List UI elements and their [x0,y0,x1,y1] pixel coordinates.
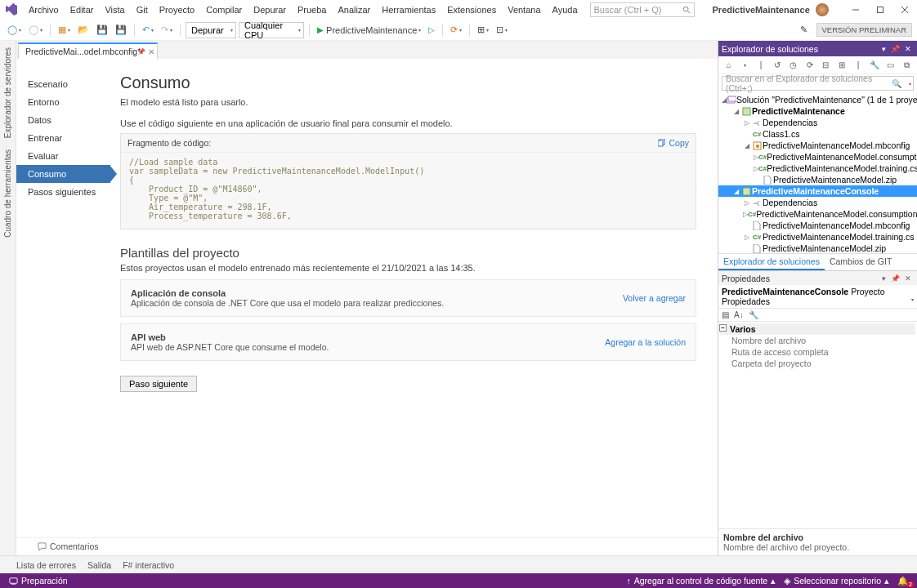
rail-toolbox[interactable]: Cuadro de herramientas [2,146,14,241]
step-entrenar[interactable]: Entrenar [16,129,110,147]
menu-extensiones[interactable]: Extensiones [441,0,502,20]
platform-combo[interactable]: Cualquier CPU▾ [239,22,304,38]
nav-fwd-button[interactable]: ◯▾ [26,22,45,38]
menu-herramientas[interactable]: Herramientas [376,0,441,20]
nav-back-button[interactable]: ◯▾ [5,22,24,38]
collapse-icon[interactable]: ◢ [732,188,740,195]
property-row[interactable]: Ruta de acceso completa [720,346,915,358]
collapse-icon[interactable]: ◢ [743,142,751,149]
tree-node[interactable]: ▷C#PredictiveMaintenanceModel.consumptio… [718,208,917,220]
quick-search[interactable]: Buscar (Ctrl + Q) [590,2,695,17]
menu-git[interactable]: Git [131,0,154,20]
panel-close-icon[interactable]: ✕ [902,45,914,53]
se-pending-icon[interactable]: ◷ [786,58,800,72]
toolbox-btn-1[interactable]: ⊞▾ [475,22,491,38]
tree-node[interactable]: ◢PredictiveMaintenance [718,105,917,117]
expand-icon[interactable]: ▷ [743,119,751,127]
solution-explorer-search[interactable]: Buscar en el Explorador de soluciones (C… [722,76,914,91]
panel-dropdown-icon[interactable]: ▾ [879,274,888,283]
tree-node[interactable]: PredictiveMaintenanceModel.zip [718,243,917,253]
code-snippet[interactable]: //Load sample data var sampleData = new … [121,153,696,229]
close-button[interactable] [892,0,917,20]
tab-output[interactable]: Salida [87,560,111,570]
maximize-button[interactable] [868,0,892,20]
minimize-button[interactable] [843,0,868,20]
tree-node[interactable]: ▷Dependencias [718,197,917,208]
undo-button[interactable]: ↶▾ [140,22,156,38]
chevron-down-icon[interactable]: ▾ [909,81,911,87]
se-properties-icon[interactable]: 🔧 [867,58,881,72]
tree-node[interactable]: PredictiveMaintenanceModel.mbconfig [718,220,917,231]
copy-button[interactable]: Copy [658,138,689,148]
menu-editar[interactable]: Editar [65,0,100,20]
feedback-button[interactable]: ✎ [798,22,810,38]
tree-node[interactable]: ◢PredictiveMaintenanceConsole [718,185,917,197]
alphabetical-icon[interactable]: A↓ [734,310,744,319]
tree-node[interactable]: ▷C#PredictiveMaintenanceModel.consumptio… [718,151,917,163]
se-collapse-icon[interactable]: ⊟ [819,58,833,72]
se-caret-icon[interactable]: ▾ [738,58,752,72]
property-row[interactable]: Carpeta del proyecto [720,358,915,369]
step-pasos-siguientes[interactable]: Pasos siguientes [16,183,110,201]
tab-git-changes[interactable]: Cambios de GIT [825,254,897,270]
menu-depurar[interactable]: Depurar [248,0,292,20]
panel-close-icon[interactable]: ✕ [902,274,914,283]
status-repository[interactable]: ◈ Seleccionar repositorio ▴ [780,576,893,586]
status-notifications[interactable]: 🔔2 [893,576,912,586]
step-datos[interactable]: Datos [16,111,110,129]
property-row[interactable]: Nombre del archivo [720,335,915,346]
tree-node[interactable]: C#Class1.cs [718,128,917,140]
pin-icon[interactable]: 📌 [137,48,145,56]
properties-grid[interactable]: − Varios Nombre del archivoRuta de acces… [718,322,917,371]
solution-tree[interactable]: ◢Solución "PredictiveMaintenance" (1 de … [718,92,917,253]
template-action-link[interactable]: Agregar a la solución [605,337,686,347]
panel-dropdown-icon[interactable]: ▾ [879,45,888,53]
user-avatar[interactable] [816,3,829,16]
tree-node[interactable]: ▷Dependencias [718,117,917,128]
se-refresh-icon[interactable]: ⟳ [803,58,816,72]
open-file-button[interactable]: 📂 [75,22,92,38]
se-sync-icon[interactable]: ↺ [770,58,784,72]
tree-node[interactable]: ▷C#PredictiveMaintenanceModel.training.c… [718,231,917,243]
menu-ventana[interactable]: Ventana [502,0,546,20]
tree-node[interactable]: ◢Solución "PredictiveMaintenance" (1 de … [718,94,917,105]
menu-analizar[interactable]: Analizar [332,0,376,20]
categorize-icon[interactable]: ▤ [722,310,729,319]
panel-pin-icon[interactable]: 📌 [888,274,902,283]
properties-object-selector[interactable]: PredictiveMaintenanceConsole Proyecto Pr… [718,285,917,309]
tab-error-list[interactable]: Lista de errores [16,560,76,570]
expand-icon[interactable]: ▷ [743,234,751,241]
tree-node[interactable]: ▷C#PredictiveMaintenanceModel.training.c… [718,163,917,174]
se-preview-icon[interactable]: ▭ [883,58,897,72]
tab-fsharp-interactive[interactable]: F# interactivo [123,560,174,570]
step-escenario[interactable]: Escenario [16,75,110,93]
panel-pin-icon[interactable]: 📌 [888,45,902,53]
rail-server-explorer[interactable]: Explorador de servidores [2,44,14,141]
menu-archivo[interactable]: Archivo [23,0,65,20]
se-showall-icon[interactable]: ⊞ [835,58,849,72]
step-entorno[interactable]: Entorno [16,93,110,111]
close-icon[interactable]: ✕ [148,47,154,56]
props-wrench-icon[interactable]: 🔧 [749,310,758,319]
save-all-button[interactable]: 💾 [113,22,129,38]
start-nodebug-button[interactable]: ▷ [426,22,437,38]
tree-node[interactable]: ◢PredictiveMaintenanceModel.mbconfig [718,140,917,151]
menu-proyecto[interactable]: Proyecto [154,0,200,20]
menu-vista[interactable]: Vista [99,0,130,20]
tab-solution-explorer[interactable]: Explorador de soluciones [718,254,825,270]
property-category[interactable]: − Varios [720,323,915,335]
document-tab[interactable]: PredictiveMai...odel.mbconfig* 📌 ✕ [18,42,158,59]
menu-compilar[interactable]: Compilar [200,0,248,20]
template-action-link[interactable]: Volver a agregar [623,293,686,303]
se-home-icon[interactable]: ⌂ [722,58,736,72]
menu-prueba[interactable]: Prueba [292,0,332,20]
start-debug-button[interactable]: ▶ PredictiveMaintenance▾ [315,22,423,38]
next-step-button[interactable]: Paso siguiente [120,376,197,392]
status-source-control[interactable]: ↑ Agregar al control de código fuente ▴ [622,576,780,586]
redo-button[interactable]: ↷▾ [159,22,175,38]
step-consumo[interactable]: Consumo [16,165,110,183]
hot-reload-button[interactable]: ⟳▾ [448,22,464,38]
se-view-icon[interactable]: ⧉ [900,58,914,72]
toolbox-btn-2[interactable]: ⊡▾ [494,22,510,38]
tree-node[interactable]: PredictiveMaintenanceModel.zip [718,174,917,185]
